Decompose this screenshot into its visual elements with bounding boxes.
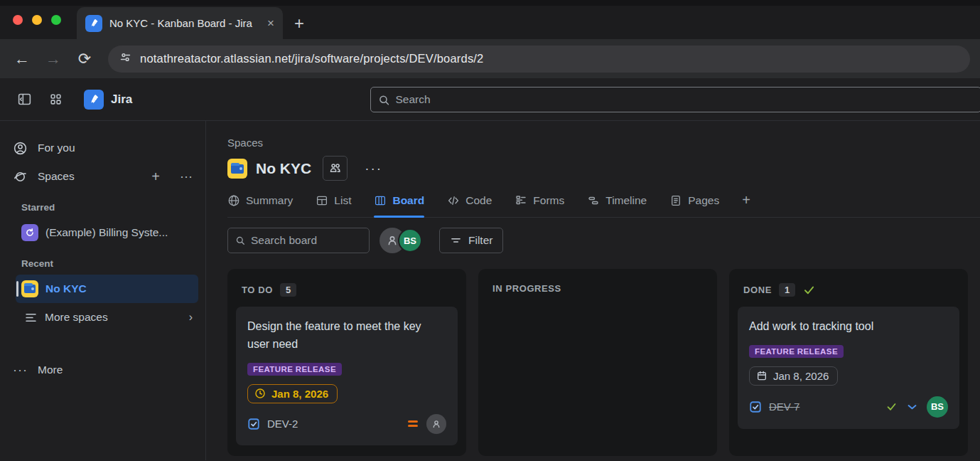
- column-count-badge: 5: [280, 283, 296, 297]
- tab-label: List: [334, 194, 351, 207]
- person-circle-icon: [13, 141, 28, 156]
- search-icon: [235, 235, 245, 246]
- filter-button[interactable]: Filter: [439, 228, 503, 253]
- due-date-text: Jan 8, 2026: [773, 370, 829, 382]
- main-content: Spaces No KYC ··· Summary List Board: [206, 121, 980, 460]
- jira-app-header: Jira: [0, 78, 980, 121]
- drag-grip[interactable]: [16, 281, 18, 297]
- sidebar-item-no-kyc[interactable]: No KYC: [16, 275, 198, 303]
- sidebar-item-more-spaces[interactable]: More spaces ›: [18, 303, 198, 332]
- project-tabs: Summary List Board Code Forms Timeline: [227, 192, 980, 218]
- new-tab-button[interactable]: +: [294, 14, 304, 33]
- sidebar-item-label: For you: [38, 142, 193, 154]
- tab-code[interactable]: Code: [447, 192, 492, 217]
- user-avatar[interactable]: BS: [398, 228, 422, 253]
- global-search-field[interactable]: [370, 87, 980, 112]
- person-icon: [385, 233, 399, 248]
- spaces-more-icon[interactable]: ···: [180, 169, 193, 184]
- issue-card[interactable]: Design the feature to meet the key user …: [236, 307, 458, 445]
- globe-icon: [227, 194, 240, 207]
- close-tab-icon[interactable]: ×: [267, 16, 274, 31]
- column-name: DONE: [743, 285, 772, 295]
- sidebar-item-spaces[interactable]: Spaces + ···: [0, 162, 205, 191]
- tab-forms[interactable]: Forms: [515, 192, 564, 217]
- zoom-window-button[interactable]: [51, 15, 61, 25]
- tab-board[interactable]: Board: [374, 192, 424, 217]
- due-date-text: Jan 8, 2026: [271, 388, 328, 400]
- tab-title: No KYC - Kanban Board - Jira: [109, 17, 260, 29]
- tab-label: Pages: [688, 194, 719, 207]
- tab-summary[interactable]: Summary: [227, 192, 293, 217]
- traffic-lights: [13, 15, 61, 25]
- assignee-avatar[interactable]: [426, 414, 446, 434]
- page-icon: [669, 194, 682, 207]
- add-space-icon[interactable]: +: [151, 169, 160, 185]
- project-title-row: No KYC ···: [227, 156, 980, 181]
- assignee-avatar[interactable]: BS: [927, 396, 948, 418]
- browser-window: No KYC - Kanban Board - Jira × + ← → ⟳ n…: [0, 0, 980, 78]
- timeline-icon: [587, 194, 600, 207]
- sidebar-section-starred: Starred: [0, 191, 205, 218]
- minimize-window-button[interactable]: [32, 15, 42, 25]
- sidebar: For you Spaces + ··· Starred (Example) B…: [0, 121, 206, 460]
- chevron-right-icon: ›: [189, 311, 193, 324]
- done-check-icon: [802, 283, 816, 297]
- sidebar-item-label: No KYC: [45, 282, 87, 295]
- tab-label: Forms: [533, 194, 564, 207]
- jira-home-link[interactable]: Jira: [84, 90, 132, 110]
- calendar-icon: [756, 370, 768, 381]
- tab-label: Summary: [246, 194, 293, 207]
- issue-card[interactable]: Add work to tracking tool FEATURE RELEAS…: [738, 307, 959, 429]
- tab-timeline[interactable]: Timeline: [587, 192, 647, 217]
- column-header: DONE 1: [736, 276, 961, 305]
- due-date-chip[interactable]: Jan 8, 2026: [247, 384, 338, 403]
- add-tab-button[interactable]: +: [742, 192, 750, 217]
- project-more-icon[interactable]: ···: [365, 161, 382, 176]
- column-header: TO DO 5: [235, 276, 459, 305]
- sidebar-item-label: Spaces: [38, 170, 141, 183]
- resolved-check-icon: [885, 401, 898, 413]
- collapse-sidebar-icon[interactable]: [11, 87, 37, 112]
- search-icon: [378, 94, 390, 106]
- issue-key: DEV-2: [267, 418, 298, 430]
- sidebar-section-recent: Recent: [0, 247, 205, 275]
- filter-label: Filter: [468, 234, 492, 247]
- jira-logo-icon: [84, 90, 104, 110]
- tab-pages[interactable]: Pages: [669, 192, 719, 217]
- tab-label: Timeline: [605, 194, 647, 207]
- address-bar[interactable]: notathreatactor.atlassian.net/jira/softw…: [108, 46, 970, 73]
- kanban-board: TO DO 5 Design the feature to meet the k…: [227, 269, 980, 456]
- planet-icon: [13, 169, 28, 184]
- sidebar-item-for-you[interactable]: For you: [0, 134, 205, 162]
- site-settings-icon[interactable]: [119, 51, 131, 66]
- close-window-button[interactable]: [13, 15, 23, 25]
- search-input[interactable]: [396, 93, 974, 106]
- board-search-field[interactable]: [227, 228, 370, 253]
- sidebar-item-billing-system[interactable]: (Example) Billing Syste...: [16, 218, 198, 247]
- forward-button[interactable]: →: [41, 50, 65, 68]
- sidebar-item-label: More: [38, 364, 193, 376]
- issue-key: DEV-7: [769, 401, 799, 413]
- card-title: Design the feature to meet the key user …: [247, 318, 446, 354]
- sidebar-item-more[interactable]: ··· More: [0, 356, 205, 384]
- reload-button[interactable]: ⟳: [72, 50, 97, 68]
- card-footer: DEV-7 BS: [749, 396, 948, 418]
- member-avatars: BS: [379, 228, 422, 253]
- sidebar-item-label: More spaces: [45, 311, 108, 324]
- back-button[interactable]: ←: [10, 50, 34, 68]
- people-icon: [328, 161, 342, 175]
- list-lines-icon: [24, 311, 38, 324]
- tab-label: Code: [465, 194, 492, 207]
- task-type-icon: [749, 401, 762, 413]
- app-switcher-icon[interactable]: [43, 87, 68, 112]
- due-date-chip[interactable]: Jan 8, 2026: [749, 366, 838, 386]
- members-button[interactable]: [323, 156, 348, 181]
- board-search-input[interactable]: [251, 234, 362, 247]
- ellipsis-icon: ···: [13, 363, 28, 378]
- browser-tab[interactable]: No KYC - Kanban Board - Jira ×: [77, 7, 283, 39]
- tab-list[interactable]: List: [316, 192, 351, 217]
- column-done: DONE 1 Add work to tracking tool FEATURE…: [729, 269, 968, 456]
- feature-release-badge: FEATURE RELEASE: [247, 363, 342, 376]
- app-name: Jira: [111, 92, 132, 107]
- breadcrumb[interactable]: Spaces: [227, 121, 980, 149]
